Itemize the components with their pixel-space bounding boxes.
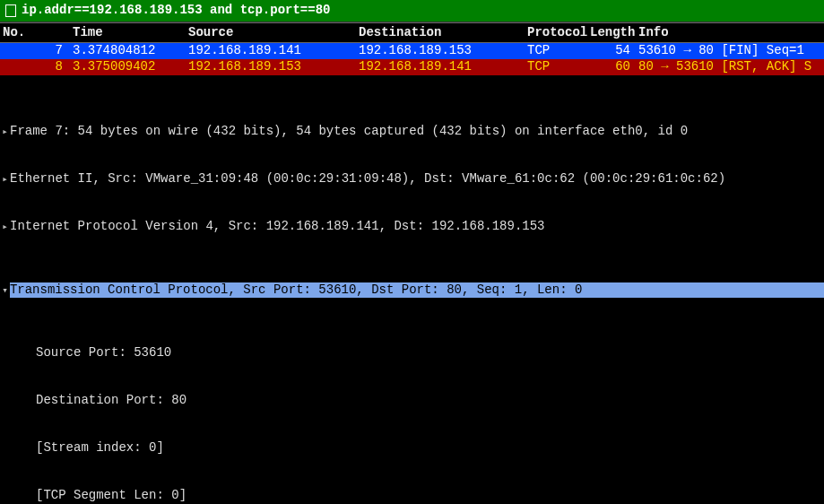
tree-item-tcp[interactable]: ▾Transmission Control Protocol, Src Port…: [0, 282, 824, 299]
cell-length: 54: [587, 43, 636, 59]
tree-item-ethernet[interactable]: ▸Ethernet II, Src: VMware_31:09:48 (00:0…: [0, 171, 824, 187]
col-header-destination[interactable]: Destination: [356, 25, 525, 41]
expand-arrow-icon[interactable]: ▸: [0, 222, 10, 234]
col-header-no[interactable]: No.: [0, 25, 70, 41]
tree-item-frame[interactable]: ▸Frame 7: 54 bytes on wire (432 bits), 5…: [0, 124, 824, 140]
cell-no: 8: [0, 59, 70, 75]
cell-time: 3.375009402: [70, 59, 186, 75]
cell-info: 80 → 53610 [RST, ACK] S: [636, 59, 824, 75]
display-filter-bar[interactable]: ip.addr==192.168.189.153 and tcp.port==8…: [0, 0, 824, 22]
tree-item[interactable]: Source Port: 53610: [0, 345, 824, 361]
tree-item-ip[interactable]: ▸Internet Protocol Version 4, Src: 192.1…: [0, 219, 824, 235]
cell-protocol: TCP: [525, 59, 587, 75]
cell-length: 60: [587, 59, 636, 75]
cell-time: 3.374804812: [70, 43, 186, 59]
cell-source: 192.168.189.153: [186, 59, 356, 75]
col-header-time[interactable]: Time: [70, 25, 186, 41]
cell-source: 192.168.189.141: [186, 43, 356, 59]
col-header-protocol[interactable]: Protocol: [525, 25, 587, 41]
tree-item[interactable]: Destination Port: 80: [0, 393, 824, 409]
tree-item[interactable]: [TCP Segment Len: 0]: [0, 488, 824, 504]
packet-list[interactable]: 7 3.374804812 192.168.189.141 192.168.18…: [0, 43, 824, 74]
col-header-source[interactable]: Source: [186, 25, 356, 41]
col-header-length[interactable]: Length: [587, 25, 636, 41]
cell-info: 53610 → 80 [FIN] Seq=1: [636, 43, 824, 59]
packet-row[interactable]: 7 3.374804812 192.168.189.141 192.168.18…: [0, 43, 824, 59]
cell-no: 7: [0, 43, 70, 59]
cell-destination: 192.168.189.153: [356, 43, 525, 59]
bookmark-icon[interactable]: [5, 4, 16, 17]
tree-item[interactable]: [Stream index: 0]: [0, 440, 824, 456]
expand-arrow-icon[interactable]: ▸: [0, 174, 10, 187]
packet-details-tree[interactable]: ▸Frame 7: 54 bytes on wire (432 bits), 5…: [0, 75, 824, 505]
cell-protocol: TCP: [525, 43, 587, 59]
packet-list-header[interactable]: No. Time Source Destination Protocol Len…: [0, 22, 824, 44]
expand-arrow-icon[interactable]: ▸: [0, 126, 10, 139]
cell-destination: 192.168.189.141: [356, 59, 525, 75]
collapse-arrow-icon[interactable]: ▾: [0, 285, 10, 298]
packet-row[interactable]: 8 3.375009402 192.168.189.153 192.168.18…: [0, 59, 824, 75]
display-filter-text: ip.addr==192.168.189.153 and tcp.port==8…: [22, 3, 330, 19]
col-header-info[interactable]: Info: [636, 25, 824, 41]
